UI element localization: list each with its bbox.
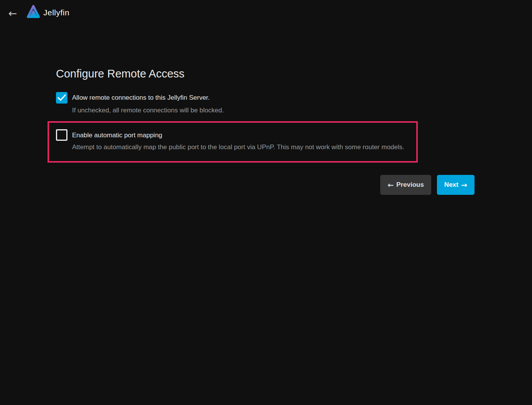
remote-connections-checkbox[interactable] bbox=[56, 92, 67, 104]
port-mapping-label[interactable]: Enable automatic port mapping bbox=[72, 132, 162, 139]
next-button[interactable]: Next → bbox=[437, 175, 475, 195]
setup-wizard-page: ← Jellyfin Configure Remote Access Allow… bbox=[0, 0, 532, 405]
jellyfin-logo-icon bbox=[26, 4, 41, 21]
arrow-left-icon: ← bbox=[8, 7, 17, 19]
highlight-outline bbox=[48, 121, 418, 163]
port-mapping-checkbox[interactable] bbox=[56, 129, 67, 141]
remote-connections-description: If unchecked, all remote connections wil… bbox=[72, 107, 224, 114]
arrow-right-icon: → bbox=[461, 181, 467, 189]
arrow-left-icon: ← bbox=[388, 181, 394, 189]
back-button[interactable]: ← bbox=[5, 6, 20, 21]
next-button-label: Next bbox=[444, 181, 458, 189]
previous-button-label: Previous bbox=[396, 181, 424, 189]
remote-connections-label[interactable]: Allow remote connections to this Jellyfi… bbox=[72, 94, 210, 102]
check-icon bbox=[57, 94, 66, 102]
port-mapping-description: Attempt to automatically map the public … bbox=[72, 143, 404, 151]
header: ← Jellyfin bbox=[0, 0, 532, 26]
page-title: Configure Remote Access bbox=[56, 68, 184, 80]
previous-button[interactable]: ← Previous bbox=[380, 175, 431, 195]
app-name: Jellyfin bbox=[43, 8, 69, 17]
